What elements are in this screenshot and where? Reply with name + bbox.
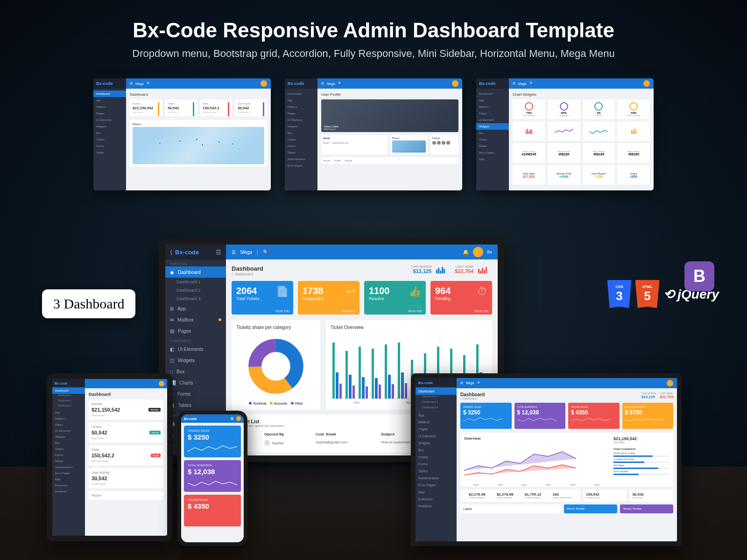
nav-charts[interactable]: 📊Charts [165, 377, 226, 388]
nav-sub[interactable]: Dashboard 2 [416, 400, 457, 406]
city-tile[interactable]: Miami, Florida [564, 504, 617, 513]
nav-sub[interactable]: Dashboard 3 [416, 406, 457, 412]
profile-tabs[interactable]: ActivityProfileSetting [321, 157, 458, 164]
nav-item[interactable]: Forms [52, 452, 85, 458]
search-icon[interactable]: 🔍 [529, 82, 534, 85]
nav-sub[interactable]: Dashboard 2 [52, 399, 85, 404]
nav-item[interactable]: Widgets [416, 440, 457, 447]
logo[interactable]: Bx-code [476, 78, 509, 89]
nav-sub[interactable]: Dashboard 3 [165, 294, 226, 303]
nav-pages[interactable]: ▤Pages [165, 325, 226, 336]
nav-item[interactable]: Mailbox [476, 104, 509, 110]
nav-item[interactable]: Box [285, 130, 317, 136]
menu-icon[interactable]: ☰ [216, 249, 221, 256]
nav-item[interactable]: Box [93, 130, 126, 136]
city-tile[interactable]: Tampa, Florida [620, 504, 673, 513]
nav-app[interactable]: ⊞App [165, 303, 226, 314]
nav-item[interactable]: Box [476, 130, 509, 136]
nav-item[interactable]: Tables [93, 149, 126, 156]
nav-item[interactable]: Pages [93, 110, 126, 117]
tile-total-tickets[interactable]: 2064Total Tickets📄More info [232, 281, 293, 315]
tile-responded[interactable]: 1738Responded↩More info [298, 281, 359, 315]
search-icon[interactable]: 🔍 [147, 82, 151, 85]
menu-icon[interactable]: ☰ [513, 82, 515, 85]
logo[interactable]: Bx-code [416, 378, 457, 387]
avatar[interactable] [159, 381, 164, 386]
preview-user-profile[interactable]: Bx-code Dashboard App Mailbox Pages UI E… [285, 78, 462, 190]
notification-icon[interactable]: 🔔 [463, 249, 469, 255]
nav-item[interactable]: Error Pages [476, 149, 509, 156]
nav-item[interactable]: Authentication [285, 156, 317, 162]
nav-dashboard[interactable]: ◉Dashboard [165, 266, 226, 278]
nav-item[interactable]: Multilevel [52, 488, 85, 494]
nav-item[interactable]: UI Elements [52, 427, 85, 434]
nav-item[interactable]: Tables [476, 143, 509, 149]
menu-icon[interactable]: ☰ [130, 82, 133, 85]
menu-icon[interactable]: ☰ [460, 381, 463, 385]
menu-icon[interactable]: ☰ [231, 417, 233, 420]
nav-item[interactable]: Charts [476, 136, 509, 143]
nav-item[interactable]: Tables [52, 458, 85, 464]
nav-tables[interactable]: ▦Tables [165, 399, 226, 411]
nav-box[interactable]: □Box [165, 366, 226, 377]
nav-sub[interactable]: Dashboard 2 [165, 286, 226, 294]
nav-dashboard[interactable]: Dashboard [52, 387, 85, 394]
nav-item[interactable]: Extension [416, 496, 457, 503]
nav-item[interactable]: Authentication [52, 464, 85, 470]
nav-sub[interactable]: Dashboard 1 [165, 278, 226, 286]
nav-item[interactable]: Box [52, 440, 85, 446]
avatar[interactable] [452, 80, 458, 87]
nav-item[interactable]: UI Elements [285, 117, 317, 123]
nav-item[interactable]: UI Elements [476, 117, 509, 123]
nav-item[interactable]: Dashboard [476, 91, 509, 97]
nav-item[interactable]: Map [416, 489, 457, 496]
nav-item[interactable]: UI Elements [93, 117, 126, 123]
avatar[interactable] [261, 80, 267, 87]
tile-total-earnings[interactable]: TOTAL EARNINGS$ 12,038 [184, 460, 241, 492]
nav-item[interactable]: UI Elements [416, 433, 457, 440]
nav-item[interactable]: Dashboard [285, 91, 317, 97]
nav-forms[interactable]: ✎Forms [165, 388, 226, 399]
logo[interactable]: Bx-code [93, 78, 126, 89]
tile-order-sales[interactable]: ORDERS SALES$ 3250 [184, 426, 241, 457]
tile-earnings[interactable]: TOTAL EARNINGS$ 12,038 [514, 403, 566, 429]
nav-item[interactable]: Map [476, 156, 509, 162]
logo[interactable]: Bx-code [285, 78, 317, 89]
nav-item[interactable]: Charts [93, 136, 126, 143]
nav-item[interactable]: Map [52, 476, 85, 482]
nav-item[interactable]: Error Pages [416, 482, 457, 489]
menu-icon[interactable]: ☰ [232, 250, 236, 255]
nav-item[interactable]: Widgets [52, 434, 85, 440]
nav-item[interactable]: Charts [285, 136, 317, 143]
nav-item[interactable]: App [285, 97, 317, 104]
nav-widgets[interactable]: ◫Widgets [165, 355, 226, 366]
nav-item[interactable]: Pages [476, 110, 509, 117]
nav-sub[interactable]: Dashboard 3 [52, 404, 85, 409]
nav-item[interactable]: Mailbox [93, 104, 126, 110]
tile-resolve[interactable]: 1100Resolve👍More info [364, 281, 426, 315]
nav-item[interactable]: Mailbox [52, 415, 85, 421]
avatar[interactable] [643, 80, 650, 87]
nav-item[interactable]: Pages [285, 110, 317, 117]
search-icon[interactable]: 🔍 [263, 250, 268, 255]
nav-item[interactable]: App [52, 409, 85, 415]
nav-dashboard[interactable]: Dashboard [416, 387, 457, 395]
nav-item[interactable]: Error Pages [285, 162, 317, 169]
tile-deals[interactable]: DEALS EARNINGS$ 5780 [622, 403, 674, 429]
avatar[interactable] [236, 416, 241, 421]
nav-item[interactable]: App [476, 97, 509, 104]
nav-item[interactable]: Extension [52, 482, 85, 488]
nav-item[interactable]: App [416, 412, 457, 419]
nav-item[interactable]: Tables [285, 149, 317, 156]
avatar[interactable] [667, 380, 673, 386]
nav-item[interactable]: Tables [416, 468, 457, 475]
nav-item[interactable]: Pages [52, 421, 85, 427]
nav-item[interactable]: Widgets [93, 123, 126, 130]
nav-item[interactable]: Widgets [285, 123, 317, 130]
logo[interactable]: ⟨Bx-code☰ [165, 245, 226, 259]
nav-item[interactable]: Charts [416, 454, 457, 461]
preview-dashboard-1[interactable]: Bx-code Dashboard App Mailbox Pages UI E… [93, 78, 271, 190]
nav-item[interactable]: Pages [416, 426, 457, 433]
nav-item[interactable]: Forms [416, 461, 457, 468]
nav-item[interactable]: Forms [285, 143, 317, 149]
